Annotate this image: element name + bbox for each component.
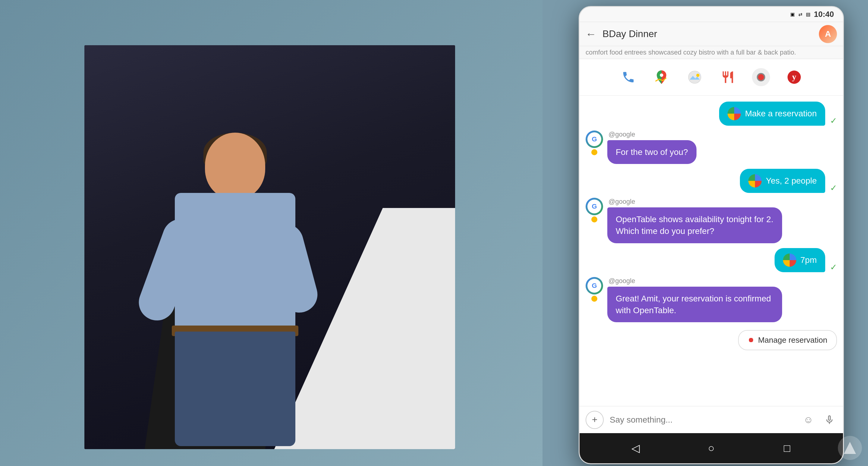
business-description: comfort food entrees showcased cozy bist… <box>580 46 843 59</box>
message-for-two: G @google For the two of you? <box>586 130 837 164</box>
check-icon-1: ✓ <box>830 116 837 126</box>
status-icons: ▣ ⇄ ▤ 10:40 <box>790 10 834 19</box>
add-attachment-button[interactable]: + <box>586 411 604 429</box>
person-pants <box>175 332 296 446</box>
message-7pm: 7pm ✓ <box>586 248 837 272</box>
message-input[interactable] <box>610 411 795 429</box>
message-confirmed: G @google Great! Amit, your reservation … <box>586 277 837 322</box>
status-time: 10:40 <box>814 10 834 19</box>
google-avatar-3: G <box>586 277 603 294</box>
received-content-1: @google For the two of you? <box>607 130 696 164</box>
restaurant-action-button[interactable] <box>716 65 740 89</box>
person-torso <box>175 193 296 344</box>
bubble-make-reservation: Make a reservation <box>719 101 825 126</box>
check-icon-2: ✓ <box>830 183 837 193</box>
check-icon-3: ✓ <box>830 262 837 272</box>
chat-messages-area: Make a reservation ✓ G @google For the t… <box>580 96 843 406</box>
avatar-initials: A <box>825 29 831 39</box>
message-yes-2-people: Yes, 2 people ✓ <box>586 169 837 193</box>
record-dot <box>757 73 765 82</box>
status-bar: ▣ ⇄ ▤ 10:40 <box>580 7 843 22</box>
msg-text-make-reservation: Make a reservation <box>745 109 817 119</box>
message-opentable: G @google OpenTable shows availability t… <box>586 198 837 243</box>
nav-back-button[interactable]: ◁ <box>625 438 646 459</box>
received-content-2: @google OpenTable shows availability ton… <box>607 198 782 243</box>
assistant-icon-3 <box>783 253 796 267</box>
msg-text-yes-2: Yes, 2 people <box>766 176 817 186</box>
bubble-7pm: 7pm <box>775 248 825 272</box>
svg-marker-5 <box>844 442 856 454</box>
google-avatar-1: G <box>586 130 603 148</box>
google-avatar-2: G <box>586 198 603 215</box>
assistant-icon-2 <box>748 174 762 187</box>
assistant-icon-1 <box>727 107 741 120</box>
presenter-figure <box>130 118 355 449</box>
signal-icon: ▣ <box>790 11 795 17</box>
svg-point-0 <box>660 73 663 77</box>
chat-title: BDay Dinner <box>602 28 813 39</box>
stage-frame <box>84 45 455 449</box>
bubble-yes-2-people: Yes, 2 people <box>740 169 825 193</box>
add-icon: + <box>592 414 598 425</box>
phone-action-button[interactable] <box>616 65 641 89</box>
battery-icon: ▤ <box>806 11 810 17</box>
presentation-background <box>0 0 542 466</box>
user-avatar[interactable]: A <box>819 25 837 43</box>
bubble-confirmed: Great! Amit, your reservation is confirm… <box>607 287 782 322</box>
manage-record-icon: ⏺ <box>748 336 754 344</box>
google-g-3: G <box>587 279 601 293</box>
nav-home-button[interactable]: ○ <box>701 438 722 459</box>
wifi-icon: ⇄ <box>798 11 802 17</box>
google-dot-1 <box>591 149 597 155</box>
nav-recents-button[interactable]: □ <box>776 438 798 459</box>
microphone-button[interactable] <box>822 412 837 427</box>
manage-reservation-container: ⏺ Manage reservation <box>586 330 837 350</box>
bubble-opentable: OpenTable shows availability tonight for… <box>607 207 782 243</box>
phone-content: ▣ ⇄ ▤ 10:40 ← BDay Dinner A comfort food… <box>580 7 843 463</box>
person-body <box>145 133 326 449</box>
chat-input-bar: + ☺ <box>580 406 843 433</box>
quick-actions-bar: y <box>580 59 843 96</box>
sender-label-1: @google <box>609 130 696 138</box>
google-g-1: G <box>587 132 601 146</box>
svg-text:y: y <box>792 72 796 82</box>
photos-action-button[interactable] <box>683 65 707 89</box>
watermark <box>838 436 862 460</box>
sender-label-2: @google <box>609 198 782 206</box>
chat-header: ← BDay Dinner A <box>580 22 843 46</box>
stage-background <box>84 45 455 449</box>
google-dot-2 <box>591 216 597 222</box>
phone-device: ▣ ⇄ ▤ 10:40 ← BDay Dinner A comfort food… <box>579 6 844 464</box>
record-action-button[interactable] <box>749 65 773 89</box>
emoji-button[interactable]: ☺ <box>801 412 816 427</box>
google-g-2: G <box>587 199 601 213</box>
person-head <box>205 133 265 199</box>
received-content-3: @google Great! Amit, your reservation is… <box>607 277 782 322</box>
svg-point-1 <box>688 71 701 84</box>
manage-reservation-label: Manage reservation <box>758 336 827 345</box>
back-button[interactable]: ← <box>586 29 596 39</box>
maps-action-button[interactable] <box>650 65 674 89</box>
manage-reservation-button[interactable]: ⏺ Manage reservation <box>738 330 837 350</box>
message-make-reservation: Make a reservation ✓ <box>586 101 837 126</box>
yelp-action-button[interactable]: y <box>782 65 806 89</box>
bubble-for-two: For the two of you? <box>607 140 696 164</box>
google-dot-3 <box>591 296 597 302</box>
sender-label-3: @google <box>609 277 782 285</box>
emoji-icon: ☺ <box>804 414 813 425</box>
navigation-bar: ◁ ○ □ <box>580 433 843 463</box>
svg-point-2 <box>696 74 699 77</box>
msg-text-7pm: 7pm <box>801 255 817 265</box>
record-icon <box>752 68 770 86</box>
